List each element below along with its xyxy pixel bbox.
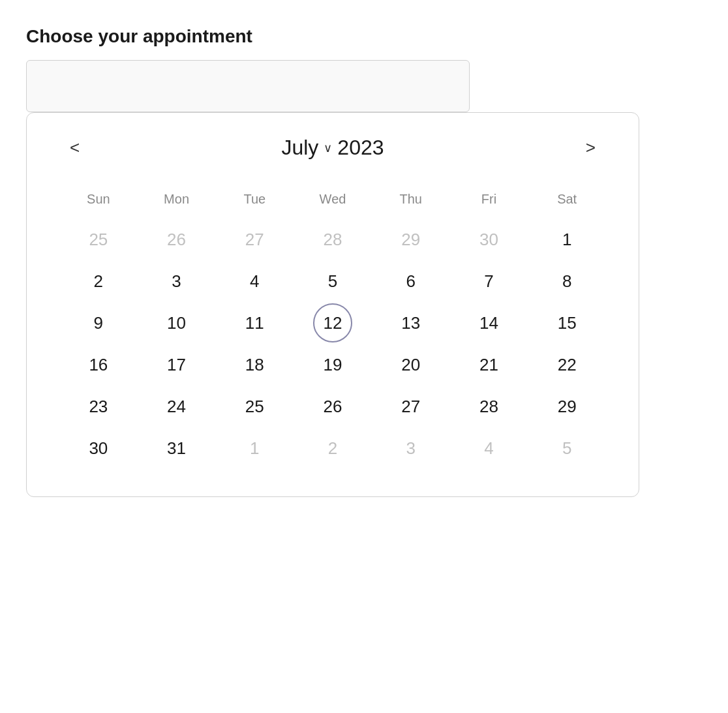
calendar-day[interactable]: 30 — [79, 429, 118, 468]
day-header-sun: Sun — [59, 187, 138, 212]
calendar-day[interactable]: 23 — [79, 387, 118, 426]
calendar-day[interactable]: 10 — [157, 303, 196, 342]
calendar-day[interactable]: 31 — [157, 429, 196, 468]
calendar-day[interactable]: 17 — [157, 345, 196, 384]
day-header-fri: Fri — [450, 187, 528, 212]
calendar-day[interactable]: 1 — [235, 429, 274, 468]
day-header-wed: Wed — [294, 187, 372, 212]
calendar-day[interactable]: 5 — [547, 429, 586, 468]
calendar-day[interactable]: 19 — [313, 345, 352, 384]
calendar-day[interactable]: 2 — [313, 429, 352, 468]
calendar-day[interactable]: 5 — [313, 262, 352, 301]
month-dropdown-icon[interactable]: ∨ — [324, 141, 332, 155]
calendar-day[interactable]: 25 — [235, 387, 274, 426]
calendar-day[interactable]: 4 — [235, 262, 274, 301]
calendar-week-5: 303112345 — [59, 429, 606, 468]
calendar-day[interactable]: 13 — [391, 303, 431, 342]
calendar: < July ∨ 2023 > SunMonTueWedThuFriSat 25… — [26, 112, 639, 497]
day-headers: SunMonTueWedThuFriSat — [59, 187, 606, 212]
calendar-day[interactable]: 3 — [157, 262, 196, 301]
calendar-day[interactable]: 6 — [391, 262, 431, 301]
calendar-week-0: 2526272829301 — [59, 220, 606, 259]
calendar-day[interactable]: 14 — [469, 303, 508, 342]
calendar-day[interactable]: 21 — [469, 345, 508, 384]
calendar-day[interactable]: 26 — [157, 220, 196, 259]
calendar-header: < July ∨ 2023 > — [59, 132, 606, 163]
calendar-week-1: 2345678 — [59, 262, 606, 301]
appointment-input[interactable] — [26, 60, 470, 112]
calendar-day[interactable]: 25 — [79, 220, 118, 259]
calendar-day[interactable]: 11 — [235, 303, 274, 342]
year-label: 2023 — [337, 136, 384, 160]
calendar-day[interactable]: 15 — [547, 303, 586, 342]
month-label: July — [281, 136, 318, 160]
calendar-day[interactable]: 4 — [469, 429, 508, 468]
day-header-sat: Sat — [528, 187, 606, 212]
calendar-day[interactable]: 2 — [79, 262, 118, 301]
day-header-thu: Thu — [372, 187, 450, 212]
calendar-week-3: 16171819202122 — [59, 345, 606, 384]
calendar-day[interactable]: 29 — [391, 220, 431, 259]
calendar-day[interactable]: 20 — [391, 345, 431, 384]
page-title: Choose your appointment — [26, 26, 702, 47]
calendar-day[interactable]: 27 — [235, 220, 274, 259]
calendar-day[interactable]: 28 — [313, 220, 352, 259]
day-header-tue: Tue — [215, 187, 294, 212]
calendar-day[interactable]: 3 — [391, 429, 431, 468]
calendar-day[interactable]: 26 — [313, 387, 352, 426]
calendar-week-4: 23242526272829 — [59, 387, 606, 426]
prev-month-button[interactable]: < — [59, 132, 90, 163]
calendar-day[interactable]: 16 — [79, 345, 118, 384]
calendar-day[interactable]: 9 — [79, 303, 118, 342]
day-header-mon: Mon — [138, 187, 216, 212]
calendar-weeks: 2526272829301234567891011121314151617181… — [59, 220, 606, 470]
calendar-day[interactable]: 1 — [547, 220, 586, 259]
month-year-section: July ∨ 2023 — [281, 136, 384, 160]
calendar-day[interactable]: 29 — [547, 387, 586, 426]
next-month-button[interactable]: > — [575, 132, 606, 163]
calendar-day[interactable]: 7 — [469, 262, 508, 301]
calendar-day[interactable]: 24 — [157, 387, 196, 426]
calendar-day[interactable]: 8 — [547, 262, 586, 301]
calendar-day[interactable]: 18 — [235, 345, 274, 384]
calendar-day[interactable]: 28 — [469, 387, 508, 426]
calendar-day[interactable]: 30 — [469, 220, 508, 259]
calendar-day[interactable]: 27 — [391, 387, 431, 426]
calendar-week-2: 9101112131415 — [59, 303, 606, 342]
calendar-grid: SunMonTueWedThuFriSat 252627282930123456… — [59, 187, 606, 470]
calendar-day[interactable]: 22 — [547, 345, 586, 384]
calendar-day[interactable]: 12 — [313, 303, 352, 342]
